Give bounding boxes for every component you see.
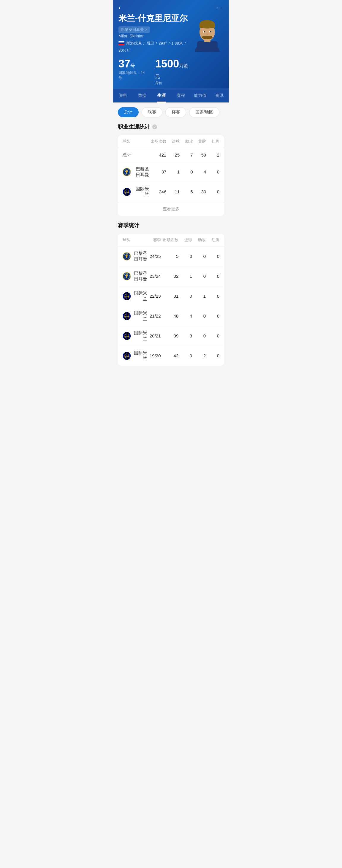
- s-col-appearances: 出场次数: [161, 237, 179, 243]
- player-name-cn: 米兰-什克里尼亚尔: [118, 13, 187, 24]
- player-country: 斯洛伐克: [126, 41, 142, 46]
- total-label: 总计: [123, 152, 149, 158]
- s3-apps: 31: [161, 293, 179, 299]
- svg-text:INTER: INTER: [124, 296, 130, 297]
- psg-yellow: 4: [193, 169, 206, 174]
- career-stats-title: 职业生涯统计 ?: [118, 123, 224, 130]
- s3-assists: 1: [192, 293, 206, 299]
- psg-assists: 0: [180, 169, 193, 174]
- s-col-assists: 助攻: [192, 237, 206, 243]
- season-table-header: 球队 赛季 出场次数 进球 助攻 红牌: [118, 234, 224, 247]
- s2-goals: 1: [178, 274, 192, 279]
- col-appearances: 出场次数: [149, 139, 166, 144]
- s1-season: 24/25: [147, 254, 161, 259]
- svg-point-12: [202, 36, 212, 39]
- total-goals: 25: [166, 152, 180, 157]
- s-team-3: INTER 国际米兰: [123, 290, 147, 302]
- more-button[interactable]: ···: [217, 4, 224, 11]
- s6-goals: 0: [178, 353, 192, 358]
- filter-league[interactable]: 联赛: [142, 107, 162, 117]
- s6-apps: 42: [161, 353, 179, 358]
- s-team-2: 巴黎圣日耳曼: [123, 271, 147, 282]
- psg-logo-s2: [123, 272, 131, 280]
- svg-point-10: [206, 34, 208, 35]
- psg-name: 巴黎圣日耳曼: [133, 166, 149, 178]
- national-number: 国家/地区队：14号: [118, 70, 146, 81]
- tab-career[interactable]: 生涯: [152, 89, 171, 102]
- s-team-5: INTER 国际米兰: [123, 330, 147, 342]
- jersey-stat: 37号 国家/地区队：14号: [118, 59, 146, 86]
- career-stats-card: 球队 出场次数 进球 助攻 黄牌 红牌 总计 421 25 7 59 2: [118, 135, 224, 216]
- s2-apps: 32: [161, 274, 179, 279]
- market-value-stat: 1500万欧元 身价: [155, 59, 191, 86]
- svg-text:INTER: INTER: [124, 355, 130, 357]
- season-row-5: INTER 国际米兰 20/21 39 3 0 0: [118, 326, 224, 346]
- psg-logo: [123, 168, 131, 176]
- career-row-psg: 巴黎圣日耳曼 37 1 0 4 0: [118, 162, 224, 182]
- tab-news[interactable]: 资讯: [210, 89, 229, 102]
- season-row-3: INTER 国际米兰 22/23 31 0 1 0: [118, 286, 224, 306]
- svg-point-8: [204, 31, 205, 33]
- svg-rect-35: [125, 275, 128, 276]
- total-red: 2: [206, 152, 219, 157]
- player-name-en: Milan Skriniar: [118, 34, 191, 38]
- tab-ability[interactable]: 能力值: [190, 89, 210, 102]
- col-yellow: 黄牌: [193, 139, 206, 144]
- svg-point-9: [210, 31, 211, 33]
- player-position: 后卫: [146, 41, 154, 46]
- s2-season: 23/24: [147, 274, 161, 279]
- s4-red: 0: [206, 313, 219, 318]
- total-appearances: 421: [149, 152, 166, 157]
- back-button[interactable]: ‹: [118, 4, 121, 11]
- s1-red: 0: [206, 254, 219, 259]
- s4-assists: 0: [192, 313, 206, 318]
- col-assists: 助攻: [180, 139, 193, 144]
- player-age: 29岁: [159, 41, 167, 46]
- tab-profile[interactable]: 资料: [113, 89, 132, 102]
- total-yellow: 59: [193, 152, 206, 157]
- filter-national[interactable]: 国家/地区: [189, 107, 219, 117]
- total-assists: 7: [180, 152, 193, 157]
- filter-total[interactable]: 总计: [118, 107, 139, 117]
- s6-assists: 2: [192, 353, 206, 358]
- top-bar: ‹ ···: [113, 0, 229, 13]
- filter-cup[interactable]: 杯赛: [165, 107, 186, 117]
- inter-logo-s4: INTER: [123, 312, 131, 320]
- inter-name: 国际米兰: [133, 186, 149, 197]
- player-avatar: [191, 13, 224, 52]
- svg-rect-29: [125, 255, 128, 256]
- player-weight: 80公斤: [118, 48, 130, 53]
- inter-yellow: 30: [193, 189, 206, 194]
- career-total-row: 总计 421 25 7 59 2: [118, 148, 224, 162]
- hero-section: ‹ ··· 米兰-什克里尼亚尔 巴黎圣日耳曼 Milan Skriniar 斯洛…: [113, 0, 229, 102]
- name-row: 米兰-什克里尼亚尔 巴黎圣日耳曼: [118, 13, 191, 33]
- market-value-number: 1500万欧元: [155, 59, 191, 80]
- season-stats-section: 赛季统计 球队 赛季 出场次数 进球 助攻 红牌: [118, 222, 224, 366]
- see-more-career[interactable]: 查看更多: [118, 202, 224, 216]
- s-team-1: 巴黎圣日耳曼: [123, 251, 147, 262]
- season-row-2: 巴黎圣日耳曼 23/24 32 1 0 0: [118, 267, 224, 286]
- team-cell-psg: 巴黎圣日耳曼: [123, 166, 149, 178]
- s-col-team: 球队: [123, 237, 147, 243]
- s6-season: 19/20: [147, 353, 161, 358]
- svg-rect-16: [125, 171, 128, 172]
- svg-text:INTER: INTER: [124, 335, 130, 337]
- s6-red: 0: [206, 353, 219, 358]
- psg-goals: 1: [166, 169, 180, 174]
- season-row-4: INTER 国际米兰 21/22 48 4 0 0: [118, 306, 224, 326]
- tab-schedule[interactable]: 赛程: [171, 89, 190, 102]
- s5-season: 20/21: [147, 333, 161, 338]
- tab-data[interactable]: 数据: [132, 89, 152, 102]
- psg-appearances: 37: [149, 169, 166, 174]
- s-col-season: 赛季: [147, 237, 161, 243]
- s3-goals: 0: [178, 293, 192, 299]
- psg-logo-s1: [123, 252, 131, 260]
- s-team-4: INTER 国际米兰: [123, 310, 147, 322]
- inter-assists: 5: [180, 189, 193, 194]
- s5-apps: 39: [161, 333, 179, 338]
- s1-assists: 0: [192, 254, 206, 259]
- team-tag[interactable]: 巴黎圣日耳曼: [118, 26, 149, 33]
- help-icon[interactable]: ?: [152, 124, 157, 129]
- svg-rect-1: [197, 41, 217, 52]
- hero-content: 米兰-什克里尼亚尔 巴黎圣日耳曼 Milan Skriniar 斯洛伐克 / 后…: [113, 13, 229, 89]
